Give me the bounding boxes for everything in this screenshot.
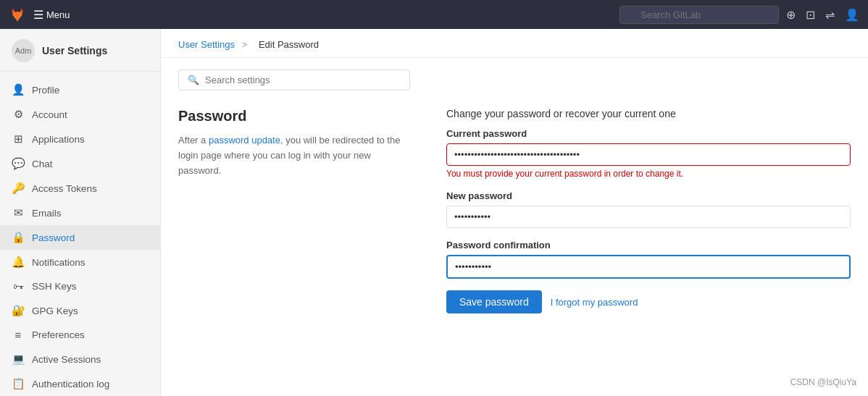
auth-log-icon: 📋: [12, 377, 25, 390]
highlight-text: password update: [209, 135, 280, 146]
sidebar-item-label-profile: Profile: [32, 85, 59, 96]
sidebar-item-label-active-sessions: Active Sessions: [32, 354, 101, 365]
left-column: Password After a password update, you wi…: [178, 108, 403, 313]
settings-search-icon: 🔍: [188, 75, 199, 85]
breadcrumb-parent[interactable]: User Settings: [178, 39, 235, 50]
plus-button[interactable]: ⊕: [786, 8, 796, 22]
sidebar-item-access-tokens[interactable]: 🔑Access Tokens: [0, 176, 160, 201]
sidebar-title: User Settings: [42, 45, 107, 56]
layout: Adm User Settings 👤Profile⚙Account⊞Appli…: [0, 29, 868, 396]
preferences-icon: ≡: [12, 329, 25, 341]
main-content: User Settings > Edit Password 🔍 Password…: [161, 29, 868, 396]
breadcrumb: User Settings > Edit Password: [161, 29, 868, 58]
form-actions: Save password I forgot my password: [446, 290, 851, 313]
merge-button[interactable]: ⇌: [825, 8, 835, 22]
chat-icon: 💬: [12, 157, 25, 170]
nav-icons: ⊕ ⊡ ⇌ 👤: [786, 8, 859, 22]
sidebar-item-label-ssh-keys: SSH Keys: [32, 281, 77, 292]
sidebar-item-preferences[interactable]: ≡Preferences: [0, 323, 160, 347]
sidebar-item-label-emails: Emails: [32, 208, 62, 219]
sidebar-item-account[interactable]: ⚙Account: [0, 102, 160, 127]
password-icon: 🔒: [12, 231, 25, 244]
account-icon: ⚙: [12, 108, 25, 121]
sidebar-item-label-notifications: Notifications: [32, 257, 85, 268]
current-password-label: Current password: [446, 128, 851, 139]
notifications-icon: 🔔: [12, 256, 25, 269]
sidebar-item-applications[interactable]: ⊞Applications: [0, 127, 160, 151]
sidebar-item-password[interactable]: 🔒Password: [0, 225, 160, 250]
watermark: CSDN @IsQiuYa: [790, 377, 856, 387]
user-button[interactable]: 👤: [845, 8, 859, 22]
right-column: Change your password or recover your cur…: [446, 108, 851, 313]
confirm-password-input[interactable]: [446, 255, 851, 279]
sidebar-item-label-password: Password: [32, 232, 75, 243]
settings-search-wrap: 🔍: [178, 69, 410, 90]
sidebar-item-notifications[interactable]: 🔔Notifications: [0, 250, 160, 274]
sidebar-item-active-sessions[interactable]: 💻Active Sessions: [0, 347, 160, 371]
two-col-layout: Password After a password update, you wi…: [178, 108, 851, 313]
sidebar-item-label-applications: Applications: [32, 134, 85, 145]
emails-icon: ✉: [12, 206, 25, 219]
active-sessions-icon: 💻: [12, 353, 25, 366]
search-wrap: 🔍: [619, 6, 779, 24]
sidebar-item-label-auth-log: Authentication log: [32, 379, 109, 389]
sidebar-item-label-preferences: Preferences: [32, 329, 85, 340]
dock-button[interactable]: ⊡: [806, 8, 815, 22]
current-password-hint: You must provide your current password i…: [446, 169, 851, 179]
breadcrumb-separator: >: [242, 39, 248, 50]
sidebar: Adm User Settings 👤Profile⚙Account⊞Appli…: [0, 29, 161, 396]
profile-icon: 👤: [12, 83, 25, 96]
sidebar-item-label-gpg-keys: GPG Keys: [32, 306, 78, 316]
breadcrumb-current: Edit Password: [259, 39, 319, 50]
access-tokens-icon: 🔑: [12, 182, 25, 195]
section-description: After a password update, you will be red…: [178, 133, 403, 178]
content-area: 🔍 Password After a password update, you …: [161, 58, 868, 325]
gpg-keys-icon: 🔐: [12, 304, 25, 317]
forgot-password-link[interactable]: I forgot my password: [551, 297, 638, 308]
change-password-title: Change your password or recover your cur…: [446, 108, 851, 119]
settings-search-input[interactable]: [205, 75, 401, 85]
current-password-group: Current password You must provide your c…: [446, 128, 851, 179]
menu-button[interactable]: ☰ Menu: [33, 8, 70, 22]
new-password-input[interactable]: [446, 206, 851, 228]
sidebar-item-profile[interactable]: 👤Profile: [0, 77, 160, 102]
sidebar-item-gpg-keys[interactable]: 🔐GPG Keys: [0, 298, 160, 323]
new-password-label: New password: [446, 190, 851, 201]
sidebar-header: Adm User Settings: [0, 29, 160, 72]
section-title: Password: [178, 108, 403, 125]
menu-label: Menu: [46, 9, 70, 20]
applications-icon: ⊞: [12, 132, 25, 146]
sidebar-item-auth-log[interactable]: 📋Authentication log: [0, 371, 160, 396]
gitlab-logo: [9, 6, 26, 23]
confirm-password-group: Password confirmation: [446, 240, 851, 279]
sidebar-item-emails[interactable]: ✉Emails: [0, 201, 160, 225]
sidebar-nav: 👤Profile⚙Account⊞Applications💬Chat🔑Acces…: [0, 72, 160, 396]
sidebar-item-label-chat: Chat: [32, 159, 53, 169]
current-password-input[interactable]: [446, 143, 851, 166]
sidebar-item-ssh-keys[interactable]: 🗝SSH Keys: [0, 274, 160, 298]
avatar: Adm: [12, 39, 35, 62]
hamburger-icon: ☰: [33, 8, 43, 22]
sidebar-item-label-access-tokens: Access Tokens: [32, 183, 97, 194]
sidebar-item-label-account: Account: [32, 109, 67, 120]
confirm-password-label: Password confirmation: [446, 240, 851, 250]
search-input[interactable]: [640, 9, 771, 20]
new-password-group: New password: [446, 190, 851, 228]
ssh-keys-icon: 🗝: [12, 280, 25, 292]
sidebar-item-chat[interactable]: 💬Chat: [0, 151, 160, 176]
search-container: [619, 6, 779, 24]
save-password-button[interactable]: Save password: [446, 290, 542, 313]
top-nav: ☰ Menu 🔍 ⊕ ⊡ ⇌ 👤: [0, 0, 868, 29]
